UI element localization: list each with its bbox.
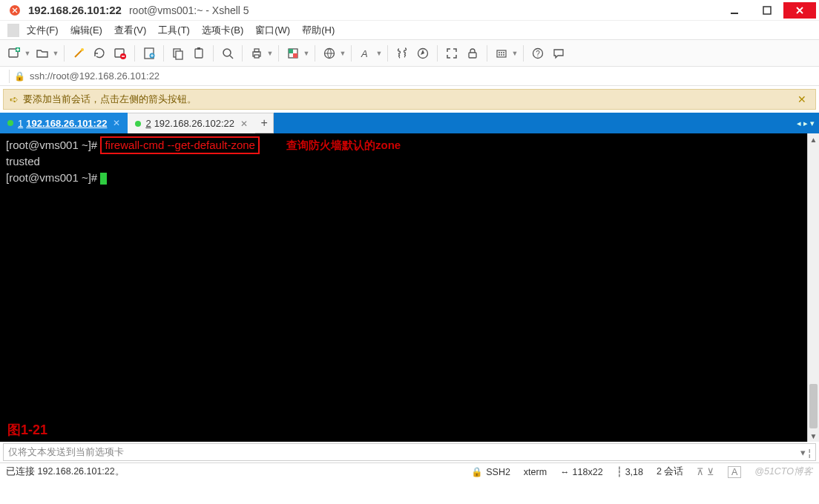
- tab-label: 192.168.26.102:22: [154, 118, 234, 129]
- tab-strip: 1 192.168.26.101:22 ✕ 2 192.168.26.102:2…: [0, 113, 819, 133]
- menu-tools[interactable]: 工具(T): [152, 24, 196, 37]
- svg-rect-24: [469, 53, 476, 58]
- scroll-up-icon[interactable]: ▲: [810, 133, 818, 145]
- scroll-down-icon[interactable]: ▼: [810, 430, 818, 442]
- info-bar: ➪ 要添加当前会话，点击左侧的箭头按钮。 ✕: [3, 89, 816, 110]
- prompt: [root@vms001 ~]#: [6, 171, 100, 184]
- tab-number: 1: [18, 118, 23, 129]
- address-bar[interactable]: 🔒 ssh://root@192.168.26.101:22: [0, 67, 819, 86]
- svg-text:?: ?: [536, 50, 540, 58]
- session-tab-1[interactable]: 1 192.168.26.101:22 ✕: [0, 113, 128, 133]
- font-icon[interactable]: A: [356, 44, 375, 63]
- infobar-close-icon[interactable]: ✕: [795, 93, 809, 105]
- keypad-icon[interactable]: [492, 44, 511, 63]
- svg-rect-13: [197, 47, 200, 50]
- watermark: @51CTO博客: [754, 465, 813, 478]
- tab-close-icon[interactable]: ✕: [113, 118, 120, 128]
- svg-point-5: [81, 48, 84, 51]
- scroll-track[interactable]: [808, 145, 819, 430]
- menubar: 文件(F) 编辑(E) 查看(V) 工具(T) 选项卡(B) 窗口(W) 帮助(…: [0, 21, 819, 40]
- chat-icon[interactable]: [549, 44, 568, 63]
- fullscreen-icon[interactable]: [442, 44, 461, 63]
- status-connection: 已连接 192.168.26.101:22。: [6, 465, 125, 478]
- status-size: ↔118x22: [560, 467, 603, 477]
- properties-icon[interactable]: [139, 44, 159, 63]
- status-bar: 已连接 192.168.26.101:22。 🔒SSH2 xterm ↔118x…: [0, 462, 819, 480]
- address-url: ssh://root@192.168.26.101:22: [30, 70, 159, 82]
- menu-view[interactable]: 查看(V): [108, 24, 152, 37]
- menu-help[interactable]: 帮助(H): [296, 24, 341, 37]
- status-dot-icon: [135, 121, 141, 127]
- status-protocol: 🔒SSH2: [471, 466, 510, 477]
- maximize-button[interactable]: [751, 2, 783, 19]
- dropdown-icon[interactable]: ▼: [266, 50, 274, 57]
- pos-icon: ┆: [616, 466, 622, 477]
- script-icon[interactable]: [392, 44, 412, 63]
- arrow-icon[interactable]: ➪: [10, 93, 19, 105]
- command-highlight: firewall-cmd --get-default-zone: [100, 136, 260, 154]
- svg-rect-19: [289, 49, 293, 53]
- status-sessions: 2 会话: [657, 465, 683, 478]
- search-icon[interactable]: [218, 44, 237, 63]
- svg-rect-1: [731, 13, 738, 14]
- dropdown-icon[interactable]: ▼: [511, 50, 519, 57]
- session-nav[interactable]: ⊼ ⊻: [697, 466, 714, 477]
- print-icon[interactable]: [247, 44, 266, 63]
- open-icon[interactable]: [33, 44, 52, 63]
- copy-icon[interactable]: [168, 44, 188, 63]
- reconnect-icon[interactable]: [90, 44, 109, 63]
- wand-icon[interactable]: [69, 44, 88, 63]
- paste-icon[interactable]: [189, 44, 208, 63]
- menu-tabs[interactable]: 选项卡(B): [196, 24, 249, 37]
- figure-label: 图1-21: [7, 422, 47, 437]
- lock-icon: 🔒: [471, 466, 483, 477]
- new-tab-button[interactable]: +: [254, 113, 274, 133]
- tab-number: 2: [145, 118, 151, 129]
- toolbar: ▼ ▼ ▼ ▼ ▼ A▼ ▼ ?: [0, 40, 819, 67]
- status-dot-icon: [7, 120, 13, 126]
- dropdown-icon[interactable]: ▼: [339, 50, 346, 57]
- svg-rect-12: [195, 49, 203, 58]
- terminal-scrollbar[interactable]: ▲ ▼: [807, 133, 819, 442]
- send-input[interactable]: 仅将文本发送到当前选项卡 ▾ ¦: [3, 443, 816, 461]
- lock-icon[interactable]: [463, 44, 482, 63]
- input-placeholder: 仅将文本发送到当前选项卡: [8, 445, 124, 459]
- input-dropdown-icon[interactable]: ▾ ¦: [800, 447, 811, 458]
- tab-nav-arrows[interactable]: ◂ ▸ ▾: [797, 113, 815, 133]
- svg-point-29: [499, 54, 500, 56]
- window-title-main: 192.168.26.101:22: [28, 4, 122, 16]
- cursor: [100, 173, 107, 185]
- new-session-icon[interactable]: [4, 44, 24, 63]
- tab-close-icon[interactable]: ✕: [240, 119, 248, 129]
- titlebar: 192.168.26.101:22 root@vms001:~ - Xshell…: [0, 0, 819, 21]
- dropdown-icon[interactable]: ▼: [52, 50, 59, 57]
- minimize-button[interactable]: [718, 2, 751, 19]
- menu-file[interactable]: 文件(F): [21, 24, 65, 37]
- color-icon[interactable]: [283, 44, 303, 63]
- disconnect-icon[interactable]: [111, 44, 130, 63]
- menu-window[interactable]: 窗口(W): [249, 24, 296, 37]
- close-button[interactable]: [783, 2, 816, 19]
- help-icon[interactable]: ?: [528, 44, 547, 63]
- dropdown-icon[interactable]: ▼: [303, 50, 310, 57]
- globe-icon[interactable]: [320, 44, 339, 63]
- compass-icon[interactable]: [413, 44, 432, 63]
- svg-point-30: [501, 54, 502, 56]
- session-tab-2[interactable]: 2 192.168.26.102:22 ✕: [128, 113, 255, 133]
- svg-point-31: [503, 54, 504, 56]
- dropdown-icon[interactable]: ▼: [24, 50, 31, 57]
- info-text: 要添加当前会话，点击左侧的箭头按钮。: [23, 93, 197, 106]
- svg-rect-2: [763, 7, 771, 14]
- menu-edit[interactable]: 编辑(E): [65, 24, 108, 37]
- scroll-thumb[interactable]: [809, 384, 818, 428]
- svg-rect-25: [497, 50, 506, 57]
- lock-icon: 🔒: [14, 71, 25, 82]
- caps-indicator: A: [728, 466, 741, 478]
- status-termtype: xterm: [524, 467, 547, 477]
- window-title-sub: root@vms001:~ - Xshell 5: [129, 4, 249, 16]
- terminal[interactable]: [root@vms001 ~]# firewall-cmd --get-defa…: [0, 133, 807, 442]
- dropdown-icon[interactable]: ▼: [375, 50, 383, 57]
- svg-point-14: [223, 49, 231, 56]
- prompt: [root@vms001 ~]#: [6, 139, 100, 151]
- status-cursor-pos: ┆3,18: [616, 466, 643, 477]
